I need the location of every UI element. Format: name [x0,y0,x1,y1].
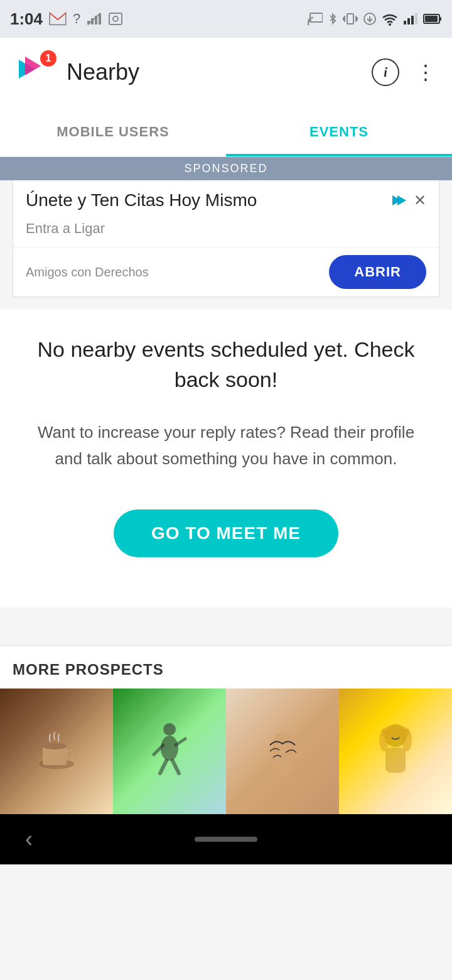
svg-point-38 [379,729,389,751]
svg-rect-40 [385,748,406,773]
tab-mobile-users[interactable]: MOBILE USERS [0,107,226,156]
app-logo-container: 1 [13,50,56,94]
go-to-meet-me-button[interactable]: GO TO MEET ME [114,509,338,557]
prospect-item-blonde[interactable] [339,689,452,814]
status-left: 1:04 ? [10,9,123,29]
svg-rect-21 [425,16,438,22]
empty-state-subtitle: Want to increase your reply rates? Read … [13,420,439,472]
svg-rect-19 [415,13,417,24]
svg-rect-35 [273,732,292,776]
prospects-grid [0,689,452,814]
notification-badge: 1 [40,50,56,67]
prospect-item-coffee[interactable] [0,689,113,814]
tab-events[interactable]: EVENTS [226,107,452,156]
ad-footer: Amigos con Derechos ABRIR [13,247,439,297]
more-options-button[interactable]: ⋮ [412,58,439,86]
svg-rect-5 [109,13,122,24]
app-bar-actions: i ⋮ [372,58,439,86]
app-title: Nearby [67,59,372,85]
svg-point-30 [161,736,178,761]
ad-header: Únete y Ten Citas Hoy Mismo ✕ [13,180,439,220]
prospect-fitness-img [113,689,226,814]
app-bar: 1 Nearby i ⋮ [0,38,452,107]
nav-bar: ‹ [0,814,452,864]
sponsored-banner: SPONSORED [0,157,452,180]
svg-line-32 [173,761,179,773]
svg-point-29 [163,723,176,736]
ad-cta-button[interactable]: ABRIR [329,255,426,289]
signal-bars-icon [87,12,102,26]
fitness-silhouette-icon [144,720,195,783]
wifi-icon [382,12,398,26]
svg-rect-17 [407,18,410,24]
data-saver-icon [363,12,377,26]
ad-play-forward-icon [392,195,406,205]
cast-icon [308,13,323,25]
main-content: No nearby events scheduled yet. Check ba… [0,310,452,607]
blonde-silhouette-icon [370,720,421,783]
prospect-blonde-img [339,689,452,814]
status-time: 1:04 [10,9,43,29]
battery-icon [423,13,442,25]
svg-rect-9 [347,14,353,24]
more-dots-icon: ⋮ [416,60,436,84]
bluetooth-icon [328,12,338,26]
ad-subtitle: Entra a Ligar [13,220,439,247]
vibrate-icon [343,12,358,26]
prospect-item-fitness[interactable] [113,689,226,814]
prospect-item-tattoo[interactable] [226,689,339,814]
status-bar: 1:04 ? [0,0,452,38]
info-button[interactable]: i [372,58,399,86]
cellular-icon [403,12,418,26]
coffee-cup-icon [31,726,82,776]
svg-line-34 [176,739,185,745]
ad-close-icon[interactable]: ✕ [414,192,426,209]
svg-marker-24 [25,57,41,75]
svg-rect-16 [404,21,406,24]
ad-title: Únete y Ten Citas Hoy Mismo [26,190,257,210]
svg-point-15 [389,23,391,26]
svg-point-6 [113,16,118,21]
svg-point-7 [308,24,309,26]
tattoo-hand-icon [257,720,308,783]
ad-company: Amigos con Derechos [26,265,149,280]
back-button[interactable]: ‹ [25,826,33,852]
prospect-coffee-img [0,689,113,814]
svg-point-39 [402,729,412,751]
status-right [308,12,442,26]
play-arrow-2 [397,195,406,205]
ad-card: Únete y Ten Citas Hoy Mismo ✕ Entra a Li… [13,180,439,297]
more-prospects-section: MORE PROSPECTS [0,645,452,814]
gmail-icon [49,12,67,26]
svg-rect-22 [440,17,441,21]
svg-rect-18 [411,16,414,24]
svg-point-28 [43,743,67,749]
signal-question-icon: ? [73,11,80,27]
home-indicator[interactable] [195,837,257,842]
svg-rect-27 [67,750,73,760]
screenshot-icon [108,12,123,26]
empty-state-title: No nearby events scheduled yet. Check ba… [13,335,439,395]
svg-line-31 [160,761,166,773]
more-prospects-title: MORE PROSPECTS [0,646,452,689]
ad-header-icons: ✕ [392,192,426,209]
prospect-tattoo-img [226,689,339,814]
tabs-container: MOBILE USERS EVENTS [0,107,452,157]
